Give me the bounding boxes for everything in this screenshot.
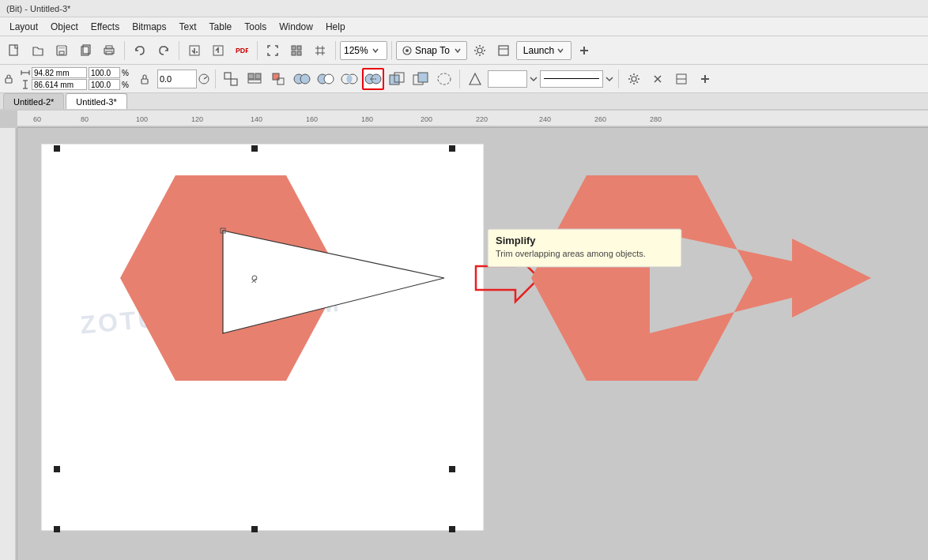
menu-window[interactable]: Window	[273, 20, 319, 34]
sep1	[124, 41, 125, 60]
sep5	[391, 41, 392, 60]
canvas-content[interactable]: ZOTUTORIAL.COM	[17, 128, 928, 560]
svg-rect-15	[292, 51, 296, 55]
ruler-horizontal: 60 80 100 120 140 160 180 200 220 240 26…	[17, 111, 928, 128]
trim-button[interactable]	[315, 68, 337, 90]
svg-text:180: 180	[361, 115, 373, 123]
dimension-inputs: % %	[21, 67, 129, 90]
line-style-swatch[interactable]	[540, 70, 603, 88]
line-dropdown-icon[interactable]	[605, 74, 614, 84]
add-page-button[interactable]	[573, 39, 595, 62]
zoom-input[interactable]: 125%	[340, 41, 387, 60]
handle-mr	[449, 466, 455, 472]
svg-text:280: 280	[650, 115, 662, 123]
shaping-button[interactable]	[267, 68, 289, 90]
result-far-right	[792, 239, 871, 318]
back-minus-front-button[interactable]	[409, 68, 432, 90]
menu-text[interactable]: Text	[173, 20, 203, 34]
sep4	[335, 41, 336, 60]
sep7	[459, 70, 460, 88]
sep6	[215, 70, 216, 88]
height-icon	[21, 80, 30, 89]
simplify-button[interactable]	[362, 68, 384, 90]
gear-button[interactable]	[469, 39, 491, 62]
handle-bm	[251, 526, 258, 532]
menu-help[interactable]: Help	[319, 20, 352, 34]
edit-across-objects-button[interactable]	[464, 68, 486, 90]
save-copy-button[interactable]	[74, 39, 96, 62]
close-obj-button[interactable]	[647, 68, 669, 90]
svg-rect-35	[231, 79, 237, 85]
svg-rect-3	[59, 51, 64, 54]
menu-object[interactable]: Object	[44, 20, 85, 34]
svg-point-23	[477, 48, 482, 53]
sep2	[179, 41, 179, 60]
toolbar-properties: % %	[0, 65, 928, 93]
svg-rect-39	[273, 73, 279, 80]
undo-button[interactable]	[129, 39, 151, 62]
tab-untitled2[interactable]: Untitled-2*	[3, 93, 64, 109]
fill-color-swatch[interactable]	[488, 70, 527, 88]
open-button[interactable]	[27, 39, 49, 62]
snap-to-button[interactable]: Snap To	[396, 41, 467, 60]
page-options-button[interactable]	[492, 39, 515, 62]
width-icon	[21, 68, 30, 77]
boundary-button[interactable]	[433, 68, 455, 90]
tab-bar: Untitled-2* Untitled-3*	[0, 93, 928, 111]
svg-text:160: 160	[306, 115, 318, 123]
grid-button[interactable]	[309, 39, 331, 62]
import-button[interactable]	[183, 39, 206, 62]
svg-text:80: 80	[81, 115, 89, 123]
svg-rect-16	[297, 51, 301, 55]
move-to-layer-button[interactable]	[670, 68, 692, 90]
svg-text:60: 60	[33, 115, 41, 123]
width-input[interactable]	[32, 67, 87, 78]
svg-point-44	[324, 74, 334, 84]
fullscreen-button[interactable]	[262, 39, 284, 62]
handle-ml	[54, 466, 60, 472]
menu-bitmaps[interactable]: Bitmaps	[126, 20, 172, 34]
svg-rect-24	[499, 46, 508, 55]
svg-text:120: 120	[191, 115, 203, 123]
svg-text:240: 240	[539, 115, 551, 123]
tooltip-title-svg: Simplify	[496, 235, 536, 246]
add-button2[interactable]	[694, 68, 716, 90]
lock-icon	[3, 73, 14, 85]
align-button[interactable]	[243, 68, 266, 90]
width-pct-input[interactable]	[89, 67, 120, 78]
pct-label: %	[122, 69, 129, 77]
height-input[interactable]	[32, 79, 87, 90]
height-pct-input[interactable]	[89, 79, 120, 90]
fill-dropdown-icon[interactable]	[529, 74, 538, 84]
tab-untitled3[interactable]: Untitled-3*	[66, 93, 126, 109]
save-button[interactable]	[51, 39, 73, 62]
front-minus-back-button[interactable]	[386, 68, 408, 90]
lock-proportions-button[interactable]	[134, 68, 156, 90]
svg-text:220: 220	[476, 115, 488, 123]
menu-tools[interactable]: Tools	[238, 20, 273, 34]
launch-button[interactable]: Launch	[516, 41, 572, 60]
menu-layout[interactable]: Layout	[3, 20, 44, 34]
view-button[interactable]	[285, 39, 307, 62]
menu-bar: Layout Object Effects Bitmaps Text Table…	[0, 17, 928, 36]
title-bar: (Bit) - Untitled-3*	[0, 0, 928, 17]
export-button[interactable]	[207, 39, 229, 62]
new-button[interactable]	[3, 39, 25, 62]
svg-text:PDF: PDF	[236, 47, 248, 54]
redo-button[interactable]	[153, 39, 175, 62]
handle-tr	[449, 145, 455, 152]
angle-input[interactable]	[157, 70, 197, 88]
handle-br	[449, 526, 455, 532]
transform-button[interactable]	[220, 68, 242, 90]
svg-rect-13	[292, 46, 296, 50]
menu-table[interactable]: Table	[203, 20, 239, 34]
canvas-wrapper: 60 80 100 120 140 160 180 200 220 240 26…	[0, 111, 928, 560]
intersect-button[interactable]	[338, 68, 360, 90]
svg-rect-28	[6, 78, 12, 83]
sep8	[618, 70, 619, 88]
menu-effects[interactable]: Effects	[85, 20, 126, 34]
print-button[interactable]	[98, 39, 120, 62]
settings-button2[interactable]	[623, 68, 645, 90]
export-pdf-button[interactable]: PDF	[231, 39, 253, 62]
weld-button[interactable]	[291, 68, 313, 90]
